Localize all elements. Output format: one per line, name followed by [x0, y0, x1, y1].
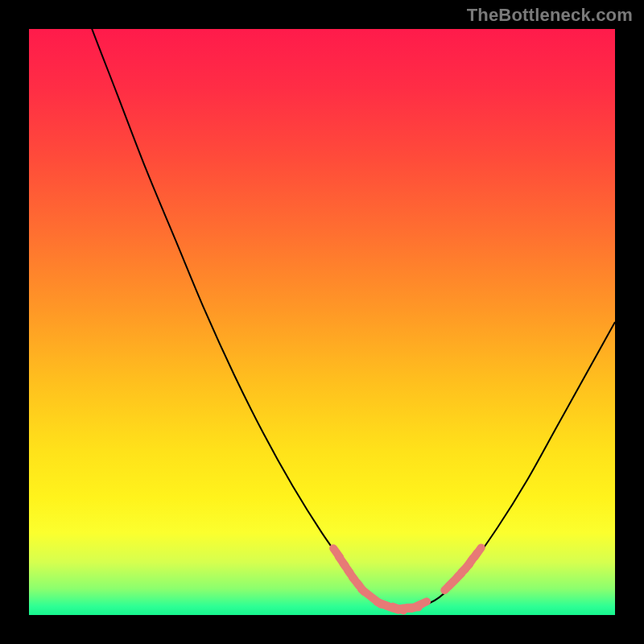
plot-svg: [29, 29, 615, 615]
marker-pill: [416, 601, 427, 606]
plot-area: [29, 29, 615, 615]
marker-pill: [475, 547, 481, 556]
gradient-background: [29, 29, 615, 615]
chart-stage: TheBottleneck.com: [0, 0, 644, 644]
attribution-label: TheBottleneck.com: [467, 5, 633, 26]
